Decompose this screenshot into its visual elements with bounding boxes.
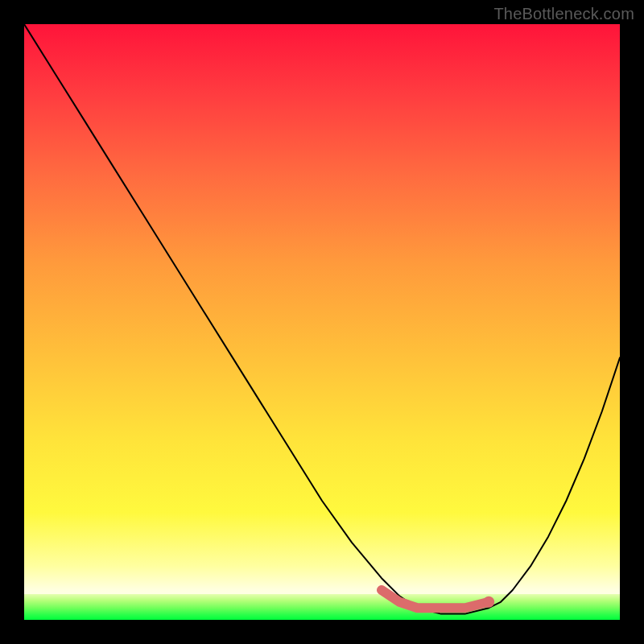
- chart-svg: [24, 24, 620, 620]
- plot-area: [24, 24, 620, 620]
- optimal-range-marker: [382, 590, 489, 608]
- bottleneck-curve: [24, 24, 620, 614]
- chart-container: TheBottleneck.com: [0, 0, 644, 644]
- attribution-text: TheBottleneck.com: [493, 5, 634, 23]
- optimal-range-end-dot: [483, 597, 494, 608]
